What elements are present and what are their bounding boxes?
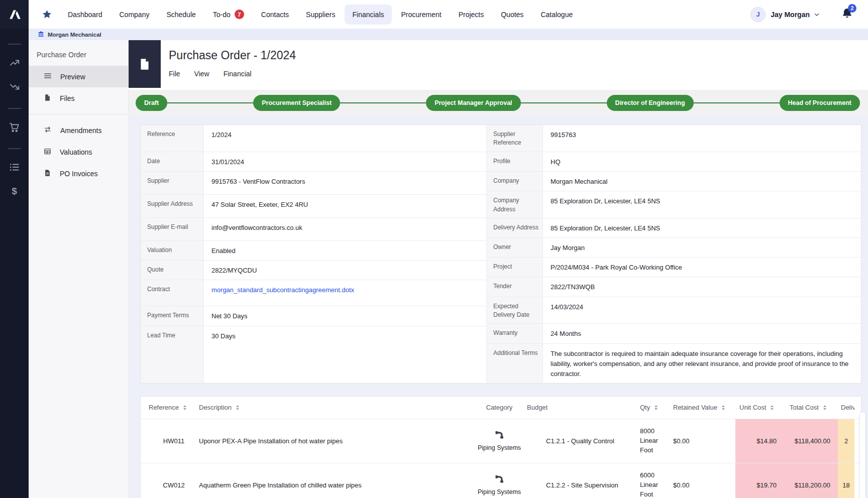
detail-value: 30 Days bbox=[204, 326, 486, 383]
workflow-stage-pill[interactable]: Director of Engineering bbox=[607, 95, 694, 111]
cell-description: Uponor PEX-A Pipe Installation of hot wa… bbox=[199, 419, 472, 463]
sort-icon[interactable] bbox=[722, 405, 725, 411]
column-header[interactable]: Deliv bbox=[838, 404, 854, 411]
cell-total-cost: $118,400.00 bbox=[788, 419, 838, 463]
detail-label: Reference bbox=[141, 125, 204, 152]
detail-label: Supplier bbox=[141, 172, 204, 194]
cell-budget: C1.2.1 - Quality Control bbox=[527, 419, 632, 463]
invoice-icon bbox=[44, 169, 51, 178]
detail-row: Lead Time 30 Days bbox=[141, 326, 486, 383]
workflow-stage-pill[interactable]: Project Manager Approval bbox=[426, 95, 520, 111]
sort-icon[interactable] bbox=[771, 405, 774, 411]
nav-item[interactable]: Suppliers bbox=[298, 5, 343, 25]
detail-value: Enabled bbox=[204, 241, 486, 260]
detail-row: Supplier 9915763 - VentFlow Contractors bbox=[141, 172, 486, 195]
todo-count-badge: 7 bbox=[235, 10, 244, 19]
sidebar-item-po-invoices[interactable]: PO Invoices bbox=[29, 163, 128, 184]
cell-delivered: 18 bbox=[838, 463, 854, 498]
detail-label: Project bbox=[487, 258, 543, 277]
detail-label: Warranty bbox=[487, 324, 543, 343]
column-header[interactable]: Description bbox=[199, 404, 472, 411]
nav-item[interactable]: Procurement bbox=[394, 5, 449, 25]
user-name[interactable]: Jay Morgan bbox=[771, 11, 810, 19]
detail-label: Contract bbox=[141, 280, 204, 306]
detail-value: 9915763 bbox=[543, 125, 861, 152]
column-header[interactable]: Reference bbox=[149, 404, 199, 411]
lines-icon bbox=[44, 72, 52, 81]
column-header[interactable]: Qty bbox=[632, 404, 670, 411]
logo-icon[interactable] bbox=[0, 0, 29, 29]
nav-item[interactable]: To-do 7 bbox=[205, 4, 252, 25]
nav-item[interactable]: Schedule bbox=[159, 5, 203, 25]
list-icon[interactable] bbox=[9, 161, 21, 173]
document-icon bbox=[129, 40, 161, 88]
menu-file[interactable]: File bbox=[169, 70, 180, 78]
trend-down-icon[interactable] bbox=[9, 81, 21, 93]
doc-header: Purchase Order - 1/2024 File View Financ… bbox=[129, 40, 868, 90]
bell-icon[interactable]: 2 bbox=[841, 8, 853, 21]
column-header[interactable]: Retained Value bbox=[670, 404, 735, 411]
table-row[interactable]: CW012 Aquatherm Green Pipe Installation … bbox=[141, 463, 861, 498]
swap-arrows-icon bbox=[44, 126, 52, 135]
column-header[interactable]: Total Cost bbox=[788, 404, 838, 411]
cell-reference: HW011 bbox=[149, 419, 199, 463]
column-header[interactable]: Unit Cost bbox=[735, 404, 788, 411]
nav-item[interactable]: Catalogue bbox=[533, 5, 580, 25]
sort-icon[interactable] bbox=[823, 405, 826, 411]
workflow-stage-pill[interactable]: Head of Procurement bbox=[780, 95, 860, 111]
breadcrumb-company[interactable]: Morgan Mechanical bbox=[48, 32, 101, 38]
cell-unit-cost: $19.70 bbox=[735, 463, 788, 498]
breadcrumb: Morgan Mechanical bbox=[29, 29, 868, 40]
sort-icon[interactable] bbox=[236, 405, 239, 411]
workflow-stage-pill[interactable]: Draft bbox=[136, 95, 167, 111]
nav-item[interactable]: Quotes bbox=[493, 5, 531, 25]
avatar[interactable]: J bbox=[750, 7, 766, 22]
sidebar-item-files[interactable]: Files bbox=[29, 87, 128, 109]
nav-item[interactable]: Contacts bbox=[254, 5, 296, 25]
table-row[interactable]: HW011 Uponor PEX-A Pipe Installation of … bbox=[141, 419, 861, 463]
detail-value: morgan_standard_subcontractingagreement.… bbox=[204, 280, 486, 306]
sidebar-item-preview[interactable]: Preview bbox=[29, 66, 128, 87]
cart-icon[interactable] bbox=[9, 121, 21, 133]
nav-item[interactable]: Projects bbox=[451, 5, 492, 25]
detail-label: Tender bbox=[487, 277, 543, 296]
sort-icon[interactable] bbox=[183, 405, 186, 411]
detail-row: Expected Delivery Date 14/03/2024 bbox=[487, 297, 861, 324]
detail-row: Supplier E-mail info@ventflowcontractors… bbox=[141, 218, 486, 241]
pipe-icon bbox=[494, 430, 504, 442]
detail-row: Company Address 85 Exploration Dr, Leice… bbox=[487, 191, 861, 218]
nav-item-label: Dashboard bbox=[68, 11, 102, 19]
nav-item[interactable]: Financials bbox=[345, 5, 391, 25]
column-header[interactable]: Category bbox=[472, 404, 527, 411]
detail-row: Owner Jay Morgan bbox=[487, 238, 861, 258]
sidebar-item-amendments[interactable]: Amendments bbox=[29, 119, 128, 141]
column-header-label: Qty bbox=[640, 404, 650, 411]
detail-value: 24 Months bbox=[543, 324, 861, 343]
line-items-card: Reference Description Category Budget Qt… bbox=[140, 396, 861, 498]
nav-item[interactable]: Dashboard bbox=[60, 5, 110, 25]
detail-label: Company bbox=[487, 172, 543, 191]
chevron-down-icon[interactable] bbox=[813, 11, 820, 18]
menu-view[interactable]: View bbox=[194, 70, 209, 78]
detail-row: Supplier Reference 9915763 bbox=[487, 125, 861, 152]
menu-financial[interactable]: Financial bbox=[224, 70, 252, 78]
detail-row: Project P/2024/M034 - Park Royal Co-Work… bbox=[487, 258, 861, 277]
star-icon[interactable] bbox=[42, 9, 52, 20]
detail-row: Payment Terms Net 30 Days bbox=[141, 306, 486, 326]
vertical-scrollbar[interactable] bbox=[859, 412, 866, 498]
detail-value: 14/03/2024 bbox=[543, 297, 861, 324]
detail-value: 85 Exploration Dr, Leicester, LE4 5NS bbox=[543, 191, 861, 218]
detail-value: 47 Solar Street, Exeter, EX2 4RU bbox=[204, 195, 486, 217]
detail-label: Expected Delivery Date bbox=[487, 297, 543, 324]
sort-icon[interactable] bbox=[655, 405, 658, 411]
nav-item-label: Financials bbox=[352, 11, 384, 19]
workflow-stage-pill[interactable]: Procurement Specialist bbox=[253, 95, 340, 111]
sidebar-item-label: Valuations bbox=[60, 148, 92, 156]
sidebar-item-valuations[interactable]: Valuations bbox=[29, 141, 128, 163]
trend-up-icon[interactable] bbox=[9, 57, 21, 69]
dollar-icon[interactable]: $ bbox=[9, 185, 21, 197]
detail-row: Company Morgan Mechanical bbox=[487, 172, 861, 191]
column-header[interactable]: Budget bbox=[527, 404, 632, 411]
nav-item[interactable]: Company bbox=[112, 5, 157, 25]
detail-row: Warranty 24 Months bbox=[487, 324, 861, 343]
